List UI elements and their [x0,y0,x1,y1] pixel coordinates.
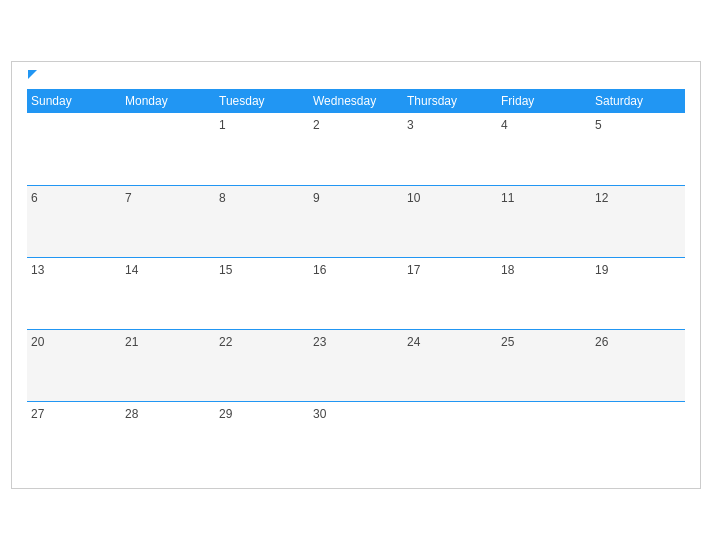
calendar-cell [27,113,121,185]
calendar-grid: SundayMondayTuesdayWednesdayThursdayFrid… [27,89,685,473]
day-number: 17 [407,263,420,277]
day-number: 22 [219,335,232,349]
day-number: 28 [125,407,138,421]
calendar-cell: 3 [403,113,497,185]
calendar-cell: 14 [121,257,215,329]
calendar-cell: 10 [403,185,497,257]
calendar-cell: 19 [591,257,685,329]
weekday-header-row: SundayMondayTuesdayWednesdayThursdayFrid… [27,89,685,113]
calendar-cell: 21 [121,329,215,401]
calendar-header [27,72,685,79]
calendar-cell: 17 [403,257,497,329]
calendar-cell [591,401,685,473]
day-number: 2 [313,118,320,132]
calendar-cell: 9 [309,185,403,257]
calendar-cell: 4 [497,113,591,185]
calendar-cell: 24 [403,329,497,401]
day-number: 10 [407,191,420,205]
day-number: 20 [31,335,44,349]
day-number: 12 [595,191,608,205]
calendar-cell: 12 [591,185,685,257]
logo-area [27,72,37,79]
weekday-header-friday: Friday [497,89,591,113]
day-number: 11 [501,191,514,205]
week-row-3: 20212223242526 [27,329,685,401]
calendar-cell: 18 [497,257,591,329]
calendar-cell: 15 [215,257,309,329]
calendar-cell: 16 [309,257,403,329]
calendar-cell: 1 [215,113,309,185]
weekday-header-wednesday: Wednesday [309,89,403,113]
weekday-header-tuesday: Tuesday [215,89,309,113]
weekday-header-saturday: Saturday [591,89,685,113]
calendar-cell: 20 [27,329,121,401]
calendar-cell [121,113,215,185]
day-number: 19 [595,263,608,277]
day-number: 21 [125,335,138,349]
day-number: 13 [31,263,44,277]
day-number: 5 [595,118,602,132]
day-number: 6 [31,191,38,205]
calendar-cell: 11 [497,185,591,257]
calendar-cell: 27 [27,401,121,473]
day-number: 14 [125,263,138,277]
calendar-cell [497,401,591,473]
calendar-cell: 8 [215,185,309,257]
day-number: 18 [501,263,514,277]
calendar-container: SundayMondayTuesdayWednesdayThursdayFrid… [11,61,701,489]
calendar-cell: 28 [121,401,215,473]
week-row-2: 13141516171819 [27,257,685,329]
week-row-0: 12345 [27,113,685,185]
calendar-cell: 2 [309,113,403,185]
calendar-cell: 13 [27,257,121,329]
day-number: 23 [313,335,326,349]
day-number: 8 [219,191,226,205]
day-number: 3 [407,118,414,132]
calendar-cell: 30 [309,401,403,473]
day-number: 29 [219,407,232,421]
day-number: 30 [313,407,326,421]
day-number: 15 [219,263,232,277]
calendar-cell: 23 [309,329,403,401]
calendar-cell: 6 [27,185,121,257]
weekday-header-monday: Monday [121,89,215,113]
calendar-cell: 22 [215,329,309,401]
calendar-cell [403,401,497,473]
calendar-cell: 29 [215,401,309,473]
day-number: 24 [407,335,420,349]
weekday-header-thursday: Thursday [403,89,497,113]
weekday-header-sunday: Sunday [27,89,121,113]
calendar-cell: 5 [591,113,685,185]
calendar-cell: 7 [121,185,215,257]
day-number: 16 [313,263,326,277]
day-number: 7 [125,191,132,205]
calendar-cell: 25 [497,329,591,401]
week-row-1: 6789101112 [27,185,685,257]
day-number: 9 [313,191,320,205]
day-number: 26 [595,335,608,349]
calendar-cell: 26 [591,329,685,401]
day-number: 4 [501,118,508,132]
day-number: 25 [501,335,514,349]
week-row-4: 27282930 [27,401,685,473]
day-number: 1 [219,118,226,132]
day-number: 27 [31,407,44,421]
